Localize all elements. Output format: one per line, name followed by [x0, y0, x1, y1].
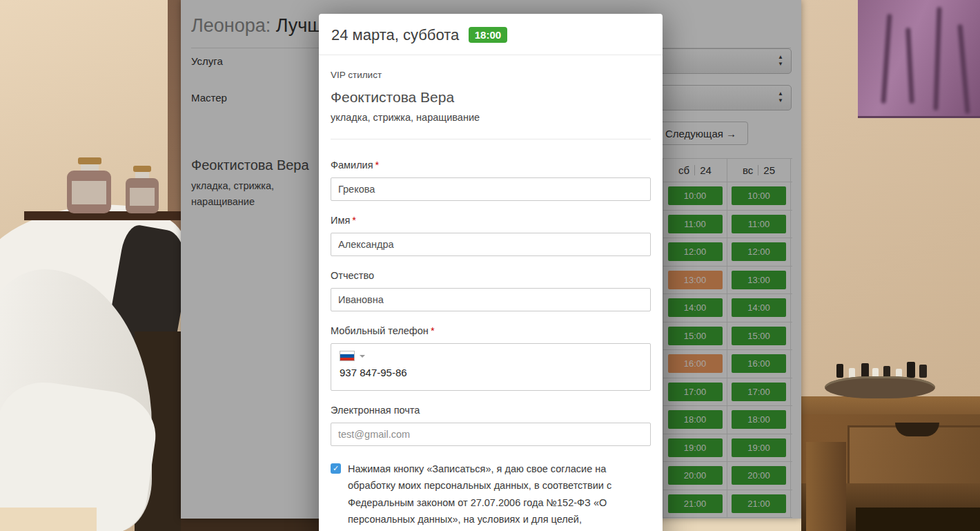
country-selector[interactable]: [340, 351, 367, 361]
middle-name-field[interactable]: [331, 288, 651, 311]
first-name-field[interactable]: [331, 233, 651, 256]
phone-label: Мобильный телефон*: [331, 325, 651, 336]
modal-body: VIP стилист Феоктистова Вера укладка, ст…: [319, 70, 663, 531]
photo-mini-bottle: [919, 365, 927, 378]
required-asterisk: *: [431, 325, 435, 336]
phone-number-value[interactable]: 937 847-95-86: [340, 367, 642, 378]
master-category: VIP стилист: [331, 70, 651, 80]
required-asterisk: *: [352, 215, 356, 226]
photo-drawer-handle: [895, 423, 939, 436]
email-field[interactable]: [331, 423, 651, 446]
photo-mini-bottle: [907, 362, 915, 378]
photo-mini-bottle: [861, 363, 869, 378]
modal-date-title: 24 марта, суббота: [331, 26, 459, 44]
photo-bottle-label: [130, 188, 155, 206]
modal-header: 24 марта, суббота 18:00: [319, 14, 663, 55]
photo-floor: [0, 508, 97, 531]
photo-bottle-label: [72, 181, 106, 204]
middle-name-label: Отчество: [331, 270, 651, 281]
modal-master-services: укладка, стрижка, наращивание: [331, 112, 651, 123]
consent-text: Нажимая кнопку «Записаться», я даю свое …: [348, 461, 651, 531]
consent-checkbox[interactable]: ✓: [331, 463, 341, 474]
chevron-down-icon: [360, 355, 365, 358]
photo-corner-shadow: [856, 508, 980, 531]
photo-bottle: [133, 166, 151, 172]
last-name-label: Фамилия*: [331, 160, 651, 171]
first-name-label: Имя*: [331, 215, 651, 226]
required-asterisk: *: [375, 160, 380, 171]
email-label: Электронная почта: [331, 405, 651, 416]
phone-field[interactable]: 937 847-95-86: [331, 343, 651, 391]
photo-lavender-picture: [858, 0, 980, 118]
modal-divider: [331, 139, 651, 139]
booking-modal: 24 марта, суббота 18:00 VIP стилист Феок…: [319, 14, 663, 531]
photo-table-leg: [806, 442, 846, 531]
last-name-field[interactable]: [331, 177, 651, 201]
photo-tray: [825, 376, 935, 398]
photo-mini-bottle: [836, 364, 843, 378]
russia-flag-icon: [340, 351, 355, 361]
photo-bottle: [78, 157, 101, 164]
consent-row: ✓ Нажимая кнопку «Записаться», я даю сво…: [331, 461, 651, 531]
selected-time-badge: 18:00: [469, 27, 507, 43]
modal-master-name: Феоктистова Вера: [331, 89, 651, 106]
